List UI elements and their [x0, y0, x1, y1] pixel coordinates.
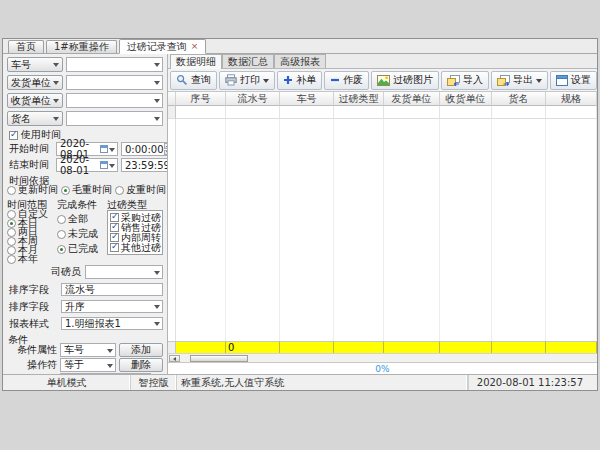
- report-style-combo[interactable]: 1.明细报表1: [61, 317, 163, 330]
- sender-field-label: 发货单位: [11, 76, 51, 90]
- dropdown-arrow-icon: [263, 79, 269, 86]
- tab-weigh-record-query-label: 过磅记录查询: [127, 41, 187, 53]
- end-date-value: 2020-08-01: [60, 154, 100, 176]
- radio-icon: [115, 186, 124, 195]
- use-time-checkbox[interactable]: [9, 131, 18, 140]
- radio-all[interactable]: 全部: [57, 215, 107, 223]
- end-time-spinner[interactable]: 23:59:59: [121, 158, 168, 172]
- grid-summary-row: 0: [168, 341, 597, 353]
- condition-attribute-combo[interactable]: 车号: [60, 343, 116, 357]
- column-header-serial[interactable]: 流水号: [226, 92, 280, 106]
- goods-field-label: 货名: [11, 112, 31, 126]
- calendar-icon: [100, 145, 108, 153]
- end-date-picker[interactable]: 2020-08-01: [56, 158, 118, 172]
- vehicle-combo[interactable]: [66, 57, 163, 72]
- receiver-combo[interactable]: [66, 93, 163, 108]
- checkbox-other-weigh[interactable]: 其他过磅: [110, 243, 160, 252]
- close-icon[interactable]: ×: [191, 42, 199, 51]
- calendar-icon: [100, 161, 108, 169]
- print-button[interactable]: 打印: [219, 71, 275, 90]
- radio-icon: [57, 230, 66, 239]
- chevron-down-icon: [154, 117, 160, 124]
- sender-combo[interactable]: [66, 75, 163, 90]
- tab-home[interactable]: 首页: [8, 40, 44, 53]
- sender-field-selector[interactable]: 发货单位: [7, 75, 63, 90]
- status-system-name: 称重系统,无人值守系统: [177, 375, 468, 390]
- chevron-down-icon: [107, 364, 113, 371]
- column-header-seq[interactable]: 序号: [176, 92, 226, 106]
- status-edition: 智控版: [131, 375, 177, 390]
- weigh-type-group: 过磅类型 采购过磅 销售过磅 内部周转: [107, 198, 165, 263]
- start-time-label: 开始时间: [9, 142, 53, 156]
- condition-operator-label: 操作符: [13, 358, 57, 372]
- sort-field-row: 排序字段 流水号: [9, 283, 163, 296]
- column-header-spec[interactable]: 规格: [546, 92, 597, 106]
- use-time-label: 使用时间: [21, 128, 61, 142]
- printer-icon: [225, 74, 237, 86]
- row-indicator-header: [168, 92, 176, 106]
- receiver-field-label: 收货单位: [11, 94, 51, 108]
- data-tab-bar: 数据明细 数据汇总 高级报表: [168, 54, 597, 69]
- add-condition-button[interactable]: 添加: [119, 343, 163, 357]
- arrow-left-icon: [171, 357, 176, 361]
- weigher-combo[interactable]: [85, 265, 163, 279]
- dropdown-arrow-icon: [536, 79, 542, 86]
- receiver-field-selector[interactable]: 收货单位: [7, 93, 63, 108]
- settings-button[interactable]: 设置: [550, 71, 597, 90]
- finish-condition-label: 完成条件: [57, 198, 107, 208]
- chevron-down-icon: [154, 271, 160, 278]
- summary-indicator-cell: [168, 341, 176, 353]
- radio-selected-icon: [57, 245, 66, 254]
- scrollbar-thumb[interactable]: [190, 355, 248, 362]
- plus-icon: [283, 75, 293, 85]
- export-button[interactable]: 导出: [491, 71, 548, 90]
- radio-update-time[interactable]: 更新时间: [7, 183, 58, 197]
- tab-data-detail[interactable]: 数据明细: [170, 54, 222, 69]
- column-header-sender[interactable]: 发货单位: [384, 92, 440, 106]
- chevron-down-icon: [53, 63, 59, 70]
- sort-order-row: 排序字段 升序: [9, 300, 163, 313]
- time-range-group: 时间范围 自定义 本日 两日 本周: [7, 198, 57, 263]
- tab-advanced-report[interactable]: 高级报表: [274, 54, 326, 68]
- condition-attribute-value: 车号: [64, 343, 107, 357]
- weigh-photo-button[interactable]: 过磅图片: [371, 71, 439, 90]
- tab-weigh-record-query[interactable]: 过磅记录查询 ×: [119, 39, 207, 54]
- row-indicator-cell: [168, 106, 176, 119]
- supplement-order-button[interactable]: 补单: [277, 71, 322, 90]
- radio-gross-time[interactable]: 毛重时间: [61, 183, 112, 197]
- goods-field-selector[interactable]: 货名: [7, 111, 63, 126]
- radio-this-year[interactable]: 本年: [7, 255, 57, 263]
- radio-finished[interactable]: 已完成: [57, 245, 107, 253]
- sort-field-input[interactable]: 流水号: [61, 283, 163, 296]
- void-button[interactable]: 作废: [324, 71, 369, 90]
- radio-icon: [7, 210, 16, 219]
- condition-operator-row: 操作符 等于 删除: [13, 358, 163, 372]
- delete-condition-button[interactable]: 删除: [119, 358, 163, 372]
- query-button[interactable]: 查询: [170, 71, 217, 90]
- goods-combo[interactable]: [66, 111, 163, 126]
- column-header-goods[interactable]: 货名: [492, 92, 546, 106]
- radio-tare-time[interactable]: 皮重时间: [115, 183, 166, 197]
- import-button[interactable]: 导入: [441, 71, 489, 90]
- column-header-receiver[interactable]: 收货单位: [440, 92, 492, 106]
- tab-weigh-operation[interactable]: 1#称重操作: [46, 40, 117, 53]
- vehicle-field-selector[interactable]: 车号: [7, 57, 63, 72]
- start-time-spinner[interactable]: 0:00:00: [121, 142, 168, 156]
- chevron-down-icon: [154, 99, 160, 106]
- sort-order-combo[interactable]: 升序: [61, 300, 163, 313]
- radio-icon: [7, 255, 16, 264]
- finish-condition-group: 完成条件 全部 未完成 已完成: [57, 198, 107, 263]
- grid-empty-row[interactable]: [168, 106, 597, 119]
- grid-body[interactable]: [168, 119, 597, 341]
- horizontal-scrollbar[interactable]: [168, 353, 597, 362]
- tab-data-summary[interactable]: 数据汇总: [222, 54, 274, 68]
- scroll-left-button[interactable]: [169, 355, 180, 362]
- sort-order-label: 排序字段: [9, 300, 57, 314]
- column-header-weigh-type[interactable]: 过磅类型: [334, 92, 384, 106]
- search-icon: [176, 74, 188, 86]
- status-mode: 单机模式: [3, 375, 131, 390]
- column-header-vehicle[interactable]: 车号: [280, 92, 334, 106]
- condition-operator-combo[interactable]: 等于: [60, 358, 116, 372]
- chevron-down-icon: [154, 305, 160, 312]
- radio-unfinished[interactable]: 未完成: [57, 230, 107, 238]
